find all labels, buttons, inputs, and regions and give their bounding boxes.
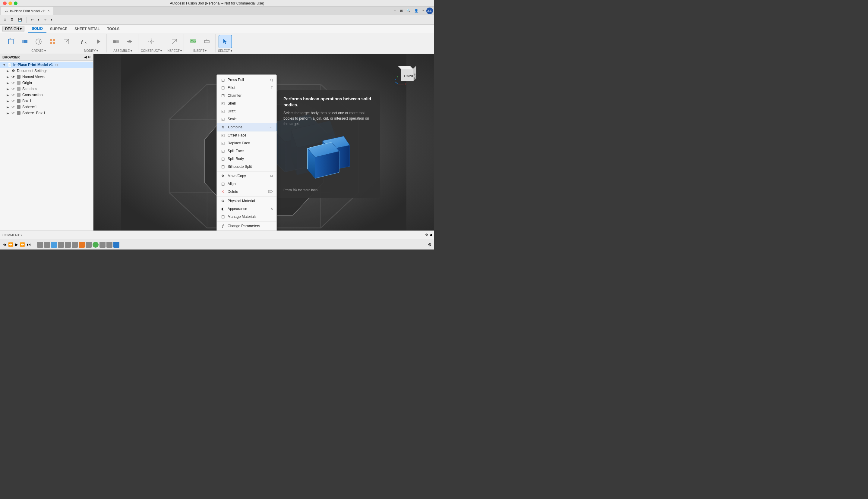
timeline-next-button[interactable]: ⏩: [20, 242, 25, 247]
redo-button[interactable]: ↪: [43, 17, 48, 22]
timeline-item[interactable]: [79, 242, 85, 248]
undo-arrow[interactable]: ▾: [36, 17, 41, 22]
timeline-end-button[interactable]: ⏭: [27, 242, 31, 247]
timeline-item[interactable]: [99, 242, 106, 248]
menu-item-split-body[interactable]: ◱ Split Body: [217, 155, 276, 163]
sidebar-collapse-button[interactable]: ◀: [84, 55, 86, 59]
expand-named-views-icon[interactable]: ▶: [6, 75, 10, 78]
tab-tools[interactable]: TOOLS: [104, 26, 123, 32]
sidebar-header: BROWSER ◀ ⚙: [0, 54, 93, 61]
menu-item-combine[interactable]: ⊕ Combine ⋯: [217, 123, 276, 131]
menu-item-silhouette-split[interactable]: ◱ Silhouette Split: [217, 163, 276, 171]
menu-item-fillet[interactable]: ◳ Fillet F: [217, 84, 276, 92]
timeline-start-button[interactable]: ⏮: [2, 242, 6, 247]
menu-item-draft[interactable]: ◱ Draft: [217, 107, 276, 115]
create-sketch-button[interactable]: [32, 35, 45, 48]
menu-item-delete[interactable]: ✕ Delete ⌦: [217, 188, 276, 196]
menu-item-split-face[interactable]: ◱ Split Face: [217, 147, 276, 155]
timeline-item[interactable]: [113, 242, 119, 248]
create-component-button[interactable]: [18, 35, 31, 48]
timeline-item[interactable]: [106, 242, 112, 248]
timeline-item[interactable]: [72, 242, 78, 248]
menu-icon[interactable]: ☰: [9, 17, 15, 22]
menu-item-align[interactable]: ◱ Align: [217, 180, 276, 188]
close-button[interactable]: [3, 1, 7, 5]
expand-root-icon[interactable]: ▼: [2, 63, 6, 66]
menu-item-move-copy[interactable]: ✥ Move/Copy M: [217, 172, 276, 180]
inspect-button[interactable]: [168, 35, 181, 48]
tree-item-box1[interactable]: ▶ 👁 Box:1: [0, 98, 93, 104]
timeline-item[interactable]: [86, 242, 92, 248]
timeline-play-button[interactable]: ▶: [15, 242, 18, 247]
tree-item-sketches[interactable]: ▶ 👁 Sketches: [0, 86, 93, 92]
account-button[interactable]: 👤: [413, 8, 420, 13]
redo-arrow[interactable]: ▾: [49, 17, 54, 22]
viewport[interactable]: FRONT RIGHT X Y Z ◱ Press Pull Q ◳ Fille…: [94, 54, 434, 231]
menu-item-press-pull[interactable]: ◱ Press Pull Q: [217, 76, 276, 84]
grid-icon[interactable]: ⊞: [2, 17, 8, 22]
tree-item-sphere1[interactable]: ▶ 👁 Sphere:1: [0, 104, 93, 110]
menu-item-appearance[interactable]: ◐ Appearance A: [217, 205, 276, 213]
timeline-item[interactable]: [37, 242, 43, 248]
search-button[interactable]: 🔍: [405, 8, 412, 13]
menu-item-scale[interactable]: ◱ Scale: [217, 115, 276, 123]
layout-button[interactable]: ⊞: [399, 8, 404, 13]
tree-item-sphere-box1[interactable]: ▶ 👁 Sphere+Box:1: [0, 110, 93, 116]
joint-button[interactable]: [123, 35, 136, 48]
menu-item-manage-materials[interactable]: ◱ Manage Materials: [217, 213, 276, 221]
expand-construction-icon[interactable]: ▶: [6, 93, 10, 97]
menu-item-offset-face[interactable]: ◱ Offset Face: [217, 131, 276, 139]
timeline-settings-button[interactable]: ⚙: [428, 242, 432, 247]
derive-button[interactable]: [91, 35, 105, 48]
expand-doc-settings-icon[interactable]: ▶: [6, 69, 10, 73]
menu-item-replace-face[interactable]: ◱ Replace Face: [217, 139, 276, 147]
fx-button[interactable]: fx: [77, 35, 91, 48]
tab-surface[interactable]: SURFACE: [46, 26, 71, 32]
timeline-item[interactable]: [51, 242, 57, 248]
select-button[interactable]: [219, 35, 232, 48]
file-tab-close-icon[interactable]: ✕: [47, 9, 50, 12]
timeline-item[interactable]: [65, 242, 71, 248]
menu-item-shell[interactable]: ◱ Shell: [217, 99, 276, 107]
tab-sheet-metal[interactable]: SHEET METAL: [71, 26, 104, 32]
create-form-button[interactable]: [46, 35, 59, 48]
tree-item-named-views[interactable]: ▶ 👁 Named Views: [0, 74, 93, 80]
create-derive-button[interactable]: [60, 35, 73, 48]
comments-panel-toggle[interactable]: ◀: [429, 233, 432, 237]
expand-origin-icon[interactable]: ▶: [6, 81, 10, 85]
assemble-button[interactable]: [109, 35, 122, 48]
sidebar-settings-button[interactable]: ⚙: [88, 55, 91, 59]
help-button[interactable]: ?: [421, 9, 425, 13]
timeline-item-sphere[interactable]: [93, 242, 99, 248]
file-tab-active[interactable]: 🖨 In-Place Print Model v1* ✕: [1, 7, 53, 15]
expand-sphere-box1-icon[interactable]: ▶: [6, 111, 10, 115]
insert-decal-button[interactable]: [186, 35, 200, 48]
menu-item-physical-material[interactable]: ⚙ Physical Material: [217, 197, 276, 205]
expand-box1-icon[interactable]: ▶: [6, 99, 10, 103]
timeline-prev-button[interactable]: ⏪: [8, 242, 13, 247]
undo-button[interactable]: ↩: [29, 17, 35, 22]
tree-item-doc-settings[interactable]: ▶ ⚙ Document Settings: [0, 68, 93, 74]
timeline-item[interactable]: [44, 242, 50, 248]
insert-mcad-button[interactable]: [200, 35, 214, 48]
construct-button[interactable]: [145, 35, 158, 48]
menu-label-replace-face: Replace Face: [228, 141, 250, 145]
expand-sphere1-icon[interactable]: ▶: [6, 105, 10, 109]
timeline-item[interactable]: [58, 242, 64, 248]
minimize-button[interactable]: [9, 1, 12, 5]
new-tab-button[interactable]: ＋: [392, 8, 398, 14]
tree-item-root[interactable]: ▼ 📄 In-Place Print Model v1 ⊙: [0, 62, 93, 68]
menu-item-compute-all[interactable]: ▶ Compute All ⌘B: [217, 230, 276, 231]
tab-solid[interactable]: SOLID: [28, 25, 46, 33]
window-controls[interactable]: [3, 1, 17, 5]
menu-item-change-parameters[interactable]: ƒ Change Parameters: [217, 222, 276, 230]
tree-item-construction[interactable]: ▶ 👁 Construction: [0, 92, 93, 98]
design-dropdown-button[interactable]: DESIGN ▾: [2, 26, 24, 32]
expand-sketches-icon[interactable]: ▶: [6, 87, 10, 91]
create-body-button[interactable]: [4, 35, 17, 48]
save-button[interactable]: 💾: [16, 17, 23, 22]
menu-item-chamfer[interactable]: ◲ Chamfer: [217, 92, 276, 99]
maximize-button[interactable]: [14, 1, 17, 5]
tree-item-origin[interactable]: ▶ 👁 Origin: [0, 80, 93, 86]
comments-settings-button[interactable]: ⚙: [425, 233, 428, 237]
